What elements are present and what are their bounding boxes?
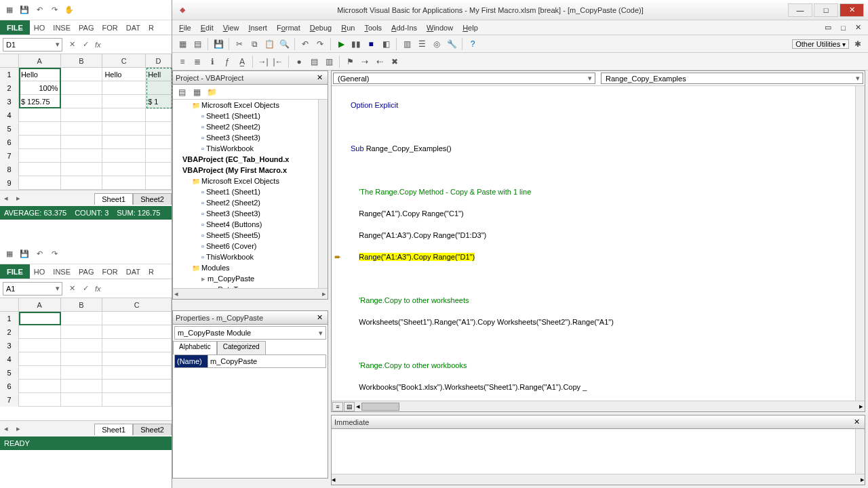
complete-word-icon[interactable]: A̲ bbox=[236, 56, 248, 68]
help-icon[interactable]: ? bbox=[467, 38, 479, 50]
object-browser-icon[interactable]: ◎ bbox=[431, 38, 443, 50]
tree-node[interactable]: Sheet1 (Sheet1) bbox=[173, 110, 318, 121]
row-header[interactable]: 2 bbox=[0, 81, 19, 95]
cell[interactable] bbox=[19, 380, 61, 393]
ribbon-tab[interactable]: FOR bbox=[98, 20, 121, 35]
cell[interactable] bbox=[61, 176, 103, 190]
undo-icon[interactable]: ↶ bbox=[34, 249, 45, 260]
undo-icon[interactable]: ↶ bbox=[34, 5, 45, 16]
redo-icon[interactable]: ↷ bbox=[49, 249, 60, 260]
cell[interactable] bbox=[19, 108, 61, 122]
cell[interactable] bbox=[19, 163, 61, 176]
close-icon[interactable]: ✕ bbox=[851, 417, 862, 428]
minimize-button[interactable]: — bbox=[788, 3, 812, 17]
cell[interactable] bbox=[19, 136, 61, 149]
menu-run[interactable]: Run bbox=[341, 24, 355, 32]
scrollbar-horizontal[interactable]: ◂▸ bbox=[332, 474, 865, 485]
menu-insert[interactable]: Insert bbox=[248, 24, 267, 32]
tree-node[interactable]: ThisWorkbook bbox=[173, 143, 318, 154]
list-constants-icon[interactable]: ≣ bbox=[191, 56, 203, 68]
view-code-icon[interactable]: ▤ bbox=[176, 86, 188, 98]
row-header[interactable]: 7 bbox=[0, 393, 19, 407]
row-header[interactable]: 5 bbox=[0, 366, 19, 380]
cell[interactable] bbox=[102, 312, 172, 325]
design-mode-icon[interactable]: ◧ bbox=[380, 38, 392, 50]
cell[interactable] bbox=[102, 95, 146, 108]
enter-icon[interactable]: ✓ bbox=[79, 40, 92, 49]
object-combo[interactable]: (General) bbox=[333, 73, 595, 84]
close-icon[interactable]: ✕ bbox=[314, 73, 325, 83]
ribbon-tab[interactable]: R bbox=[144, 20, 158, 35]
sheet-tab[interactable]: Sheet1 bbox=[94, 424, 133, 435]
cell[interactable] bbox=[19, 149, 61, 163]
cell[interactable] bbox=[102, 149, 146, 163]
cell[interactable] bbox=[146, 149, 172, 163]
undo-icon[interactable]: ↶ bbox=[299, 38, 311, 50]
cell[interactable] bbox=[102, 122, 146, 136]
parameter-info-icon[interactable]: ƒ bbox=[221, 56, 233, 68]
properties-object-combo[interactable]: m_CopyPaste Module bbox=[174, 326, 326, 340]
cell[interactable] bbox=[102, 339, 172, 352]
cell[interactable] bbox=[102, 136, 146, 149]
tab-nav-next-icon[interactable]: ▸ bbox=[12, 424, 24, 433]
menu-edit[interactable]: Edit bbox=[201, 24, 214, 32]
cell[interactable] bbox=[61, 339, 103, 352]
mdi-max-icon[interactable]: □ bbox=[841, 24, 846, 32]
tree-node[interactable]: Sheet3 (Sheet3) bbox=[173, 132, 318, 143]
cell[interactable] bbox=[19, 366, 61, 380]
cell[interactable] bbox=[61, 163, 103, 176]
scrollbar-vertical[interactable] bbox=[318, 100, 328, 288]
properties-grid[interactable]: (Name) m_CopyPaste bbox=[174, 354, 326, 368]
ribbon-tab[interactable]: HO bbox=[30, 20, 50, 35]
comment-block-icon[interactable]: ▤ bbox=[308, 56, 320, 68]
save-icon[interactable]: 💾 bbox=[212, 38, 224, 50]
tree-node[interactable]: m_CopyPaste bbox=[173, 273, 318, 284]
maximize-button[interactable]: □ bbox=[814, 3, 838, 17]
menu-addins[interactable]: Add-Ins bbox=[391, 24, 417, 32]
cell[interactable] bbox=[102, 81, 146, 95]
tree-node[interactable]: Sheet4 (Buttons) bbox=[173, 219, 318, 230]
cell[interactable] bbox=[61, 352, 103, 366]
cell[interactable]: Hello bbox=[19, 68, 61, 81]
cell[interactable]: Hello bbox=[102, 68, 146, 81]
tab-nav-prev-icon[interactable]: ◂ bbox=[0, 424, 12, 433]
toggle-folders-icon[interactable]: 📁 bbox=[205, 86, 218, 98]
tab-nav-next-icon[interactable]: ▸ bbox=[12, 194, 24, 203]
scrollbar-horizontal[interactable]: ≡ ▤ ◂ ▸ bbox=[332, 401, 865, 411]
sheet-tab[interactable]: Sheet2 bbox=[133, 193, 172, 205]
view-object-icon[interactable]: ▦ bbox=[191, 86, 203, 98]
full-module-view-icon[interactable]: ▤ bbox=[344, 402, 355, 411]
mdi-close-icon[interactable]: ✕ bbox=[855, 23, 861, 32]
run-icon[interactable]: ▶ bbox=[335, 38, 347, 50]
name-box[interactable]: D1 bbox=[3, 38, 62, 52]
project-tree[interactable]: Microsoft Excel ObjectsSheet1 (Sheet1)Sh… bbox=[173, 100, 318, 288]
row-header[interactable]: 1 bbox=[0, 68, 19, 81]
row-header[interactable]: 7 bbox=[0, 149, 19, 163]
cell[interactable] bbox=[19, 176, 61, 190]
menu-window[interactable]: Window bbox=[427, 24, 453, 32]
insert-module-icon[interactable]: ▤ bbox=[191, 38, 203, 50]
col-header[interactable]: C bbox=[102, 54, 146, 67]
close-button[interactable]: ✕ bbox=[840, 3, 864, 17]
cell[interactable] bbox=[61, 312, 103, 325]
tree-node[interactable]: Modules bbox=[173, 262, 318, 273]
fx-icon[interactable]: fx bbox=[92, 285, 104, 293]
row-header[interactable]: 3 bbox=[0, 95, 19, 108]
cell[interactable] bbox=[19, 339, 61, 352]
cell[interactable]: Hell bbox=[146, 68, 172, 81]
tree-node[interactable]: Sheet5 (Sheet5) bbox=[173, 230, 318, 241]
cell[interactable] bbox=[102, 163, 146, 176]
cell[interactable] bbox=[61, 393, 103, 407]
scrollbar-vertical[interactable] bbox=[855, 86, 865, 401]
worksheet-grid[interactable]: A B C D 1 Hello Hello Hell 2 100% 3 $ 12… bbox=[0, 54, 172, 190]
cell[interactable] bbox=[19, 312, 61, 325]
save-icon[interactable]: 💾 bbox=[19, 249, 30, 260]
redo-icon[interactable]: ↷ bbox=[49, 5, 60, 16]
copy-icon[interactable]: ⧉ bbox=[248, 38, 260, 50]
tree-node[interactable]: Sheet1 (Sheet1) bbox=[173, 186, 318, 197]
cell[interactable] bbox=[61, 95, 103, 108]
property-value[interactable]: m_CopyPaste bbox=[208, 355, 326, 367]
cell[interactable]: $ 1 bbox=[146, 95, 172, 108]
procedure-combo[interactable]: Range_Copy_Examples bbox=[601, 73, 863, 84]
row-header[interactable]: 2 bbox=[0, 325, 19, 339]
